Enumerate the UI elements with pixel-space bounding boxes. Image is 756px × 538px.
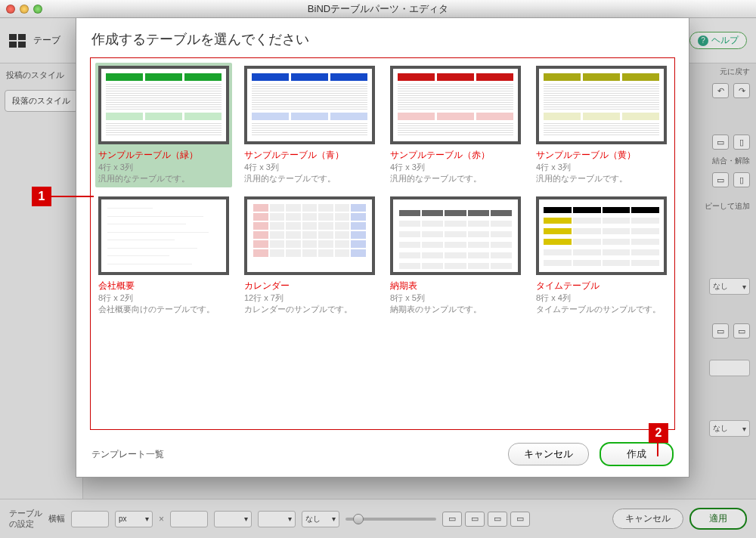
template-timetable[interactable]: タイムテーブル 8行 x 4列 タイムテーブルのサンプルです。 <box>533 193 670 318</box>
callout-1: 1 <box>32 187 51 206</box>
left-panel: 投稿のスタイル 段落のスタイル <box>0 63 83 499</box>
chevron-down-icon: ▾ <box>742 425 746 433</box>
modal-title: 作成するテーブルを選んでください <box>76 18 689 57</box>
template-title: タイムテーブル <box>536 280 667 292</box>
chevron-down-icon: ▾ <box>332 515 336 523</box>
cancel-button[interactable]: キャンセル <box>508 443 589 465</box>
right-select-2[interactable]: なし▾ <box>709 420 750 437</box>
undo-label: 元に戻す <box>720 66 750 77</box>
template-thumb <box>536 196 667 275</box>
template-dim: 4行 x 3列 <box>390 162 521 173</box>
table-label: テーブ <box>33 34 60 47</box>
template-thumb <box>98 66 229 144</box>
template-desc: 汎用的なテーブルです。 <box>98 173 229 184</box>
template-thumb <box>390 66 521 144</box>
align-left-button[interactable]: ▭ <box>442 512 462 527</box>
template-thumb <box>390 196 521 275</box>
copy-add-label: ピーして追加 <box>705 201 750 212</box>
align-b[interactable]: ▭ <box>733 323 750 339</box>
template-title: 会社概要 <box>98 280 229 292</box>
template-thumb <box>244 66 375 144</box>
help-icon: ? <box>698 36 708 46</box>
template-dim: 8行 x 5列 <box>390 292 521 304</box>
template-dim: 4行 x 3列 <box>536 162 667 173</box>
template-desc: 汎用的なテーブルです。 <box>390 173 521 184</box>
template-title: サンプルテーブル（緑） <box>98 149 229 162</box>
template-modal: 作成するテーブルを選んでください サンプルテーブル（緑） 4行 x 3列 汎用的… <box>76 18 689 478</box>
template-desc: タイムテーブルのサンプルです。 <box>536 304 667 315</box>
width-input[interactable] <box>71 511 109 527</box>
template-desc: 汎用的なテーブルです。 <box>536 173 667 184</box>
window-title: BiNDテーブルパーツ・エディタ <box>0 2 756 16</box>
template-delivery[interactable]: 納期表 8行 x 5列 納期表のサンプルです。 <box>387 193 524 318</box>
template-dim: 4行 x 3列 <box>98 162 229 173</box>
callout-1-line <box>51 196 94 197</box>
main-cancel-button[interactable]: キャンセル <box>612 509 683 529</box>
unit-select[interactable]: px▾ <box>115 511 153 527</box>
template-dim: 8行 x 2列 <box>98 292 229 304</box>
right-input[interactable] <box>709 360 750 376</box>
template-thumb <box>536 66 667 144</box>
callout-2: 2 <box>649 423 668 443</box>
template-thumb <box>244 196 375 275</box>
right-select-1[interactable]: なし▾ <box>709 278 750 295</box>
template-calendar[interactable]: カレンダー 12行 x 7列 カレンダーのサンプルです。 <box>241 193 378 318</box>
apply-button[interactable]: 適用 <box>689 508 747 530</box>
template-desc: 汎用的なテーブルです。 <box>244 173 375 184</box>
left-panel-header: 投稿のスタイル <box>0 63 82 87</box>
chevron-down-icon: ▾ <box>742 283 746 291</box>
table-icon <box>9 34 27 48</box>
table-settings-label: テーブル の設定 <box>9 509 42 528</box>
template-thumb <box>98 196 229 275</box>
template-dim: 12行 x 7列 <box>244 292 375 304</box>
merge-button[interactable]: ▭ <box>712 172 729 187</box>
template-title: サンプルテーブル（赤） <box>390 149 521 162</box>
template-title: カレンダー <box>244 280 375 292</box>
chevron-down-icon: ▾ <box>288 515 292 523</box>
template-green[interactable]: サンプルテーブル（緑） 4行 x 3列 汎用的なテーブルです。 <box>95 63 232 187</box>
select-3[interactable]: ▾ <box>258 511 296 527</box>
template-dim: 8行 x 4列 <box>536 292 667 304</box>
template-list-label: テンプレート一覧 <box>91 448 164 461</box>
align-right-button[interactable]: ▭ <box>488 512 507 527</box>
width-label: 横幅 <box>48 514 65 524</box>
insert-row-button[interactable]: ▭ <box>712 134 729 150</box>
template-yellow[interactable]: サンプルテーブル（黄） 4行 x 3列 汎用的なテーブルです。 <box>533 63 670 187</box>
select-2[interactable]: ▾ <box>214 511 252 527</box>
align-a[interactable]: ▭ <box>712 323 729 339</box>
undo-button[interactable]: ↶ <box>712 83 729 98</box>
chevron-down-icon: ▾ <box>145 515 149 523</box>
zoom-slider[interactable] <box>345 518 436 521</box>
merge-label: 結合・解除 <box>712 156 750 166</box>
slider-thumb[interactable] <box>353 514 364 524</box>
height-input[interactable] <box>170 511 208 527</box>
modal-footer: テンプレート一覧 キャンセル 作成 <box>76 434 689 477</box>
chevron-down-icon: ▾ <box>244 515 248 523</box>
create-button[interactable]: 作成 <box>600 442 674 466</box>
template-red[interactable]: サンプルテーブル（赤） 4行 x 3列 汎用的なテーブルです。 <box>387 63 524 187</box>
template-title: サンプルテーブル（黄） <box>536 149 667 162</box>
help-button[interactable]: ? ヘルプ <box>689 32 747 49</box>
insert-col-button[interactable]: ▯ <box>733 134 750 150</box>
template-list: サンプルテーブル（緑） 4行 x 3列 汎用的なテーブルです。 サンプルテーブル… <box>90 57 675 430</box>
right-panel: 元に戻す ↶ ↷ ▭ ▯ 結合・解除 ▭ ▯ ピーして追加 なし▾ ▭ ▭ <box>688 63 756 499</box>
template-company[interactable]: 会社概要 8行 x 2列 会社概要向けのテーブルです。 <box>95 193 232 318</box>
template-desc: 納期表のサンプルです。 <box>390 304 521 315</box>
template-blue[interactable]: サンプルテーブル（青） 4行 x 3列 汎用的なテーブルです。 <box>241 63 378 187</box>
template-desc: 会社概要向けのテーブルです。 <box>98 304 229 315</box>
redo-button[interactable]: ↷ <box>733 83 750 98</box>
bottom-bar: テーブル の設定 横幅 px▾ × ▾ ▾ なし▾ ▭ ▭ ▭ ▭ キャンセル … <box>0 499 756 538</box>
align-just-button[interactable]: ▭ <box>510 512 530 527</box>
template-dim: 4行 x 3列 <box>244 162 375 173</box>
help-label: ヘルプ <box>711 34 739 47</box>
template-title: 納期表 <box>390 280 521 292</box>
titlebar: BiNDテーブルパーツ・エディタ <box>0 0 756 18</box>
callout-2-line <box>657 443 658 456</box>
paragraph-style-button[interactable]: 段落のスタイル <box>5 90 78 112</box>
template-desc: カレンダーのサンプルです。 <box>244 304 375 315</box>
split-button[interactable]: ▯ <box>733 172 750 187</box>
select-none[interactable]: なし▾ <box>302 511 339 527</box>
template-title: サンプルテーブル（青） <box>244 149 375 162</box>
align-center-button[interactable]: ▭ <box>465 512 485 527</box>
